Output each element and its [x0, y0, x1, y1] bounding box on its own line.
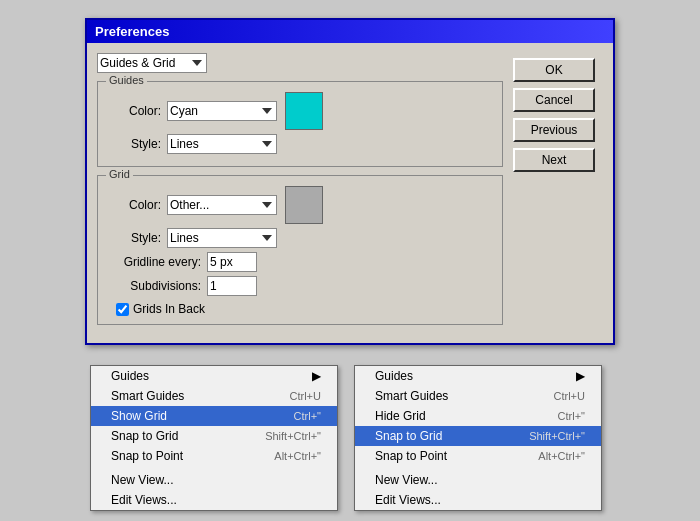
menu-right-new-view[interactable]: New View...	[355, 470, 601, 490]
dialog-titlebar: Preferences	[87, 20, 613, 43]
guides-color-label: Color:	[106, 104, 161, 118]
subdivisions-input[interactable]	[207, 276, 257, 296]
menu-left-edit-views[interactable]: Edit Views...	[91, 490, 337, 510]
menu-left-new-view[interactable]: New View...	[91, 470, 337, 490]
grid-group-label: Grid	[106, 168, 133, 180]
ok-button[interactable]: OK	[513, 58, 595, 82]
grid-color-dropdown[interactable]: Other...	[167, 195, 277, 215]
top-section: Guides & Grid	[97, 53, 503, 73]
menu-left-show-grid[interactable]: Show Grid Ctrl+"	[91, 406, 337, 426]
guides-color-preview	[285, 92, 323, 130]
guides-style-dropdown[interactable]: Lines	[167, 134, 277, 154]
preferences-dialog: Preferences Guides & Grid Guides Color: …	[85, 18, 615, 345]
grid-color-preview	[285, 186, 323, 224]
menu-left-smart-guides[interactable]: Smart Guides Ctrl+U	[91, 386, 337, 406]
guides-style-row: Style: Lines	[106, 134, 494, 154]
guides-color-row: Color: Cyan	[106, 92, 494, 130]
menu-right-edit-views[interactable]: Edit Views...	[355, 490, 601, 510]
guides-group: Guides Color: Cyan Style: Lines	[97, 81, 503, 167]
gridline-label: Gridline every:	[106, 255, 201, 269]
menu-right-guides[interactable]: Guides ▶	[355, 366, 601, 386]
menu-right-smart-guides[interactable]: Smart Guides Ctrl+U	[355, 386, 601, 406]
menu-left-snap-to-point[interactable]: Snap to Point Alt+Ctrl+"	[91, 446, 337, 466]
grid-style-row: Style: Lines	[106, 228, 494, 248]
grids-in-back-checkbox[interactable]	[116, 303, 129, 316]
menu-right-hide-grid[interactable]: Hide Grid Ctrl+"	[355, 406, 601, 426]
context-menu-left: Guides ▶ Smart Guides Ctrl+U Show Grid C…	[90, 365, 338, 511]
subdivisions-row: Subdivisions:	[106, 276, 494, 296]
menu-right-snap-to-grid[interactable]: Snap to Grid Shift+Ctrl+"	[355, 426, 601, 446]
dialog-left-panel: Guides & Grid Guides Color: Cyan Style:	[97, 53, 503, 333]
grid-group: Grid Color: Other... Style: Lines	[97, 175, 503, 325]
gridline-row: Gridline every:	[106, 252, 494, 272]
previous-button[interactable]: Previous	[513, 118, 595, 142]
grid-style-label: Style:	[106, 231, 161, 245]
menu-left-guides[interactable]: Guides ▶	[91, 366, 337, 386]
grid-color-label: Color:	[106, 198, 161, 212]
guides-color-dropdown[interactable]: Cyan	[167, 101, 277, 121]
context-menu-container: Guides ▶ Smart Guides Ctrl+U Show Grid C…	[90, 365, 610, 511]
next-button[interactable]: Next	[513, 148, 595, 172]
menu-left-snap-to-grid[interactable]: Snap to Grid Shift+Ctrl+"	[91, 426, 337, 446]
cancel-button[interactable]: Cancel	[513, 88, 595, 112]
dialog-right-panel: OK Cancel Previous Next	[513, 53, 603, 333]
grid-color-row: Color: Other...	[106, 186, 494, 224]
menu-right-snap-to-point[interactable]: Snap to Point Alt+Ctrl+"	[355, 446, 601, 466]
subdivisions-label: Subdivisions:	[106, 279, 201, 293]
gridline-input[interactable]	[207, 252, 257, 272]
grids-in-back-row: Grids In Back	[116, 302, 494, 316]
context-menu-right: Guides ▶ Smart Guides Ctrl+U Hide Grid C…	[354, 365, 602, 511]
grids-in-back-label: Grids In Back	[133, 302, 205, 316]
guides-style-label: Style:	[106, 137, 161, 151]
grid-style-dropdown[interactable]: Lines	[167, 228, 277, 248]
guides-grid-dropdown[interactable]: Guides & Grid	[97, 53, 207, 73]
dialog-title: Preferences	[95, 24, 169, 39]
guides-group-label: Guides	[106, 74, 147, 86]
